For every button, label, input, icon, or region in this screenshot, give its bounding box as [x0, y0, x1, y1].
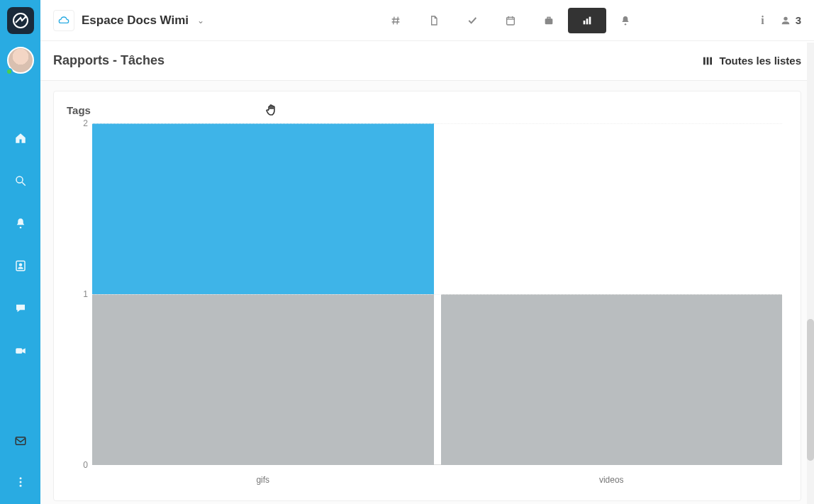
tags-chart-card: Tags gifsvideos 012	[53, 91, 801, 501]
page-title: Rapports - Tâches	[53, 53, 165, 68]
user-avatar[interactable]	[7, 47, 34, 74]
columns-icon	[702, 55, 713, 67]
scrollbar-thumb[interactable]	[807, 319, 814, 461]
svg-rect-17	[547, 17, 550, 18]
check-icon	[467, 15, 478, 26]
app-sidebar	[0, 0, 40, 504]
tab-channels[interactable]	[377, 8, 415, 33]
bar-segment	[441, 294, 783, 465]
list-filter[interactable]: Toutes les listes	[702, 55, 801, 67]
svg-point-1	[24, 16, 26, 18]
app-logo[interactable]	[7, 7, 34, 34]
sidebar-more[interactable]	[14, 476, 27, 491]
tab-briefcase[interactable]	[530, 8, 568, 33]
sidebar-video[interactable]	[13, 343, 28, 359]
sidebar-alerts[interactable]	[13, 215, 28, 231]
gridline	[92, 294, 782, 295]
svg-rect-16	[545, 18, 553, 24]
calendar-icon	[505, 15, 516, 26]
video-icon	[14, 345, 27, 357]
svg-rect-25	[710, 57, 713, 65]
svg-rect-24	[707, 57, 709, 65]
tags-bar-chart[interactable]: gifsvideos 012	[67, 123, 788, 485]
svg-point-4	[19, 227, 21, 229]
svg-rect-19	[586, 18, 589, 24]
svg-point-6	[18, 263, 22, 267]
x-label: gifs	[92, 472, 434, 485]
document-icon	[428, 15, 440, 26]
tab-docs[interactable]	[415, 8, 453, 33]
svg-point-9	[19, 477, 21, 479]
mail-icon	[14, 435, 27, 447]
tab-calendar[interactable]	[491, 8, 530, 33]
grab-cursor-icon	[264, 101, 281, 121]
tab-notifications[interactable]	[606, 8, 645, 33]
search-icon	[14, 174, 27, 187]
y-tick: 2	[67, 118, 88, 128]
svg-line-3	[22, 182, 26, 186]
tab-reports[interactable]	[568, 8, 606, 33]
home-icon	[14, 132, 27, 145]
topbar: Espace Docs Wimi ⌄ i 3	[40, 0, 814, 41]
svg-point-22	[784, 16, 787, 20]
sidebar-contacts[interactable]	[13, 258, 28, 274]
sidebar-search[interactable]	[13, 173, 28, 189]
svg-point-10	[19, 481, 21, 483]
subheader: Rapports - Tâches Toutes les listes	[40, 41, 814, 81]
y-tick: 0	[67, 460, 88, 470]
svg-rect-18	[584, 21, 586, 24]
hash-icon	[390, 15, 401, 26]
svg-point-11	[19, 485, 21, 487]
svg-rect-23	[703, 57, 706, 65]
bell-icon	[14, 217, 27, 230]
bar-segment	[92, 123, 434, 294]
briefcase-icon	[543, 15, 554, 26]
gridline	[92, 123, 782, 124]
svg-point-2	[16, 177, 23, 183]
chevron-down-icon: ⌄	[197, 16, 204, 26]
x-label: videos	[441, 472, 783, 485]
card-title: Tags	[67, 104, 788, 116]
members-count-value: 3	[796, 14, 801, 26]
content-area: Tags gifsvideos 012	[40, 81, 814, 504]
svg-rect-8	[16, 437, 26, 445]
bar-segment	[92, 294, 434, 465]
info-icon[interactable]: i	[761, 14, 764, 27]
sidebar-home[interactable]	[13, 130, 28, 146]
sidebar-mail[interactable]	[14, 435, 27, 450]
workspace-logo	[53, 10, 74, 31]
members-count[interactable]: 3	[780, 14, 801, 26]
svg-rect-20	[589, 16, 591, 24]
svg-point-0	[13, 13, 28, 28]
workspace-name: Espace Docs Wimi	[82, 13, 189, 28]
svg-rect-12	[507, 17, 515, 25]
workspace-switcher[interactable]: Espace Docs Wimi ⌄	[53, 10, 204, 31]
more-icon	[14, 476, 27, 488]
chart-icon	[581, 15, 593, 26]
presence-dot	[6, 68, 13, 75]
svg-point-21	[625, 23, 626, 25]
svg-rect-7	[16, 348, 22, 354]
list-filter-label: Toutes les listes	[719, 55, 801, 67]
sidebar-chat[interactable]	[13, 301, 28, 316]
module-tabs	[377, 8, 744, 33]
contact-icon	[14, 259, 27, 272]
chat-icon	[14, 302, 27, 315]
bell-icon	[620, 15, 631, 26]
y-tick: 1	[67, 289, 88, 299]
tab-tasks[interactable]	[453, 8, 491, 33]
